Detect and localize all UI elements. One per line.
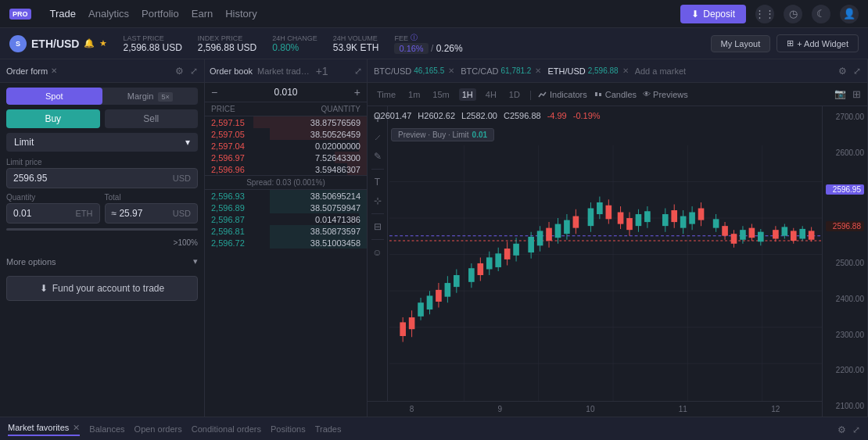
more-options[interactable]: More options ▾ bbox=[0, 252, 204, 271]
ethusd-close-icon[interactable]: ✕ bbox=[622, 66, 629, 75]
increment-button[interactable]: + bbox=[354, 86, 360, 98]
ask-row[interactable]: 2,596.963.59486307 bbox=[205, 163, 367, 175]
alert-icon[interactable]: 🔔 bbox=[84, 38, 95, 48]
svg-rect-46 bbox=[546, 228, 552, 241]
add-market-button[interactable]: Add a market bbox=[635, 66, 686, 76]
svg-rect-24 bbox=[436, 290, 442, 302]
bid-row[interactable]: 2,596.7238.51003458 bbox=[205, 237, 367, 249]
svg-rect-86 bbox=[749, 228, 755, 238]
market-trades-tab[interactable]: Market trad… bbox=[257, 66, 310, 76]
nav-portfolio[interactable]: Portfolio bbox=[142, 8, 179, 20]
spot-tab[interactable]: Spot bbox=[6, 88, 102, 105]
time-15m[interactable]: 15m bbox=[429, 88, 452, 101]
chart-tools: ✛ ⟋ ✎ T ⊹ ⊟ ☺ bbox=[368, 106, 388, 401]
nav-history[interactable]: History bbox=[225, 8, 256, 20]
fund-account-button[interactable]: ⬇ Fund your account to trade bbox=[6, 276, 198, 301]
chevron-down-icon: ▾ bbox=[185, 137, 190, 148]
expand-icon[interactable]: ⤢ bbox=[354, 66, 362, 77]
settings-tool[interactable]: ⊟ bbox=[370, 219, 386, 234]
star-icon[interactable]: ★ bbox=[99, 38, 107, 48]
buy-tab[interactable]: Buy bbox=[6, 109, 100, 128]
measure-tool[interactable]: ⊹ bbox=[370, 193, 386, 209]
time-4h[interactable]: 4H bbox=[482, 88, 500, 101]
user-icon[interactable]: 👤 bbox=[840, 5, 859, 23]
moon-icon[interactable]: ☾ bbox=[812, 5, 830, 23]
ask-row[interactable]: 2,597.0538.50526459 bbox=[205, 128, 367, 140]
svg-rect-80 bbox=[722, 226, 728, 236]
bid-row[interactable]: 2,596.9338.50695214 bbox=[205, 190, 367, 202]
add-widget-button[interactable]: ⊞ + Add Widget bbox=[777, 34, 859, 52]
order-book-tab[interactable]: Order book bbox=[210, 66, 253, 76]
expand-icon[interactable]: ⤢ bbox=[190, 66, 198, 77]
nav-trade[interactable]: Trade bbox=[50, 8, 76, 20]
order-form-close-icon[interactable]: ✕ bbox=[51, 66, 57, 75]
svg-rect-52 bbox=[573, 216, 579, 228]
nav-analytics[interactable]: Analytics bbox=[88, 8, 129, 20]
previews-button[interactable]: 👁 Previews bbox=[643, 90, 688, 99]
order-book-bids: 2,596.9338.50695214 2,596.8938.50759947 … bbox=[205, 190, 367, 249]
svg-rect-18 bbox=[409, 317, 415, 329]
candlestick-chart bbox=[389, 145, 822, 401]
btccad-tab[interactable]: BTC/CAD 61,781.2 ✕ bbox=[461, 66, 541, 76]
bid-row[interactable]: 2,596.870.01471386 bbox=[205, 213, 367, 225]
positions-tab[interactable]: Positions bbox=[271, 424, 306, 435]
btcusd-tab[interactable]: BTC/USD 46,165.5 ✕ bbox=[374, 66, 454, 76]
line-tool[interactable]: ⟋ bbox=[370, 130, 386, 145]
camera-icon[interactable]: 📷 bbox=[834, 88, 846, 100]
ask-row[interactable]: 2,597.1538.87576569 bbox=[205, 116, 367, 128]
buy-sell-tabs: Buy Sell bbox=[6, 109, 198, 128]
line-price-label: 2596.88 bbox=[826, 221, 864, 231]
bid-row[interactable]: 2,596.8938.50759947 bbox=[205, 202, 367, 213]
expand-icon[interactable]: ⤢ bbox=[852, 424, 860, 435]
btccad-close-icon[interactable]: ✕ bbox=[535, 66, 541, 75]
svg-rect-92 bbox=[782, 227, 788, 235]
ask-row[interactable]: 2,597.040.02000000 bbox=[205, 140, 367, 152]
time-1h[interactable]: 1H bbox=[459, 88, 476, 101]
grid-layout-icon[interactable]: ⊞ bbox=[852, 88, 861, 100]
quantity-input[interactable]: 0.01 ETH bbox=[6, 203, 100, 224]
my-layout-button[interactable]: My Layout bbox=[711, 35, 771, 52]
main-content: Order form ✕ ⚙ ⤢ Spot Margin 5× Buy Sell… bbox=[0, 59, 868, 417]
svg-rect-74 bbox=[689, 213, 695, 224]
bid-row[interactable]: 2,596.8138.50873597 bbox=[205, 225, 367, 237]
topnav-right: ⬇ Deposit ⋮⋮ ◷ ☾ 👤 bbox=[680, 5, 859, 23]
ask-row[interactable]: 2,596.977.52643300 bbox=[205, 152, 367, 163]
candles-button[interactable]: Candles bbox=[594, 90, 637, 99]
logo[interactable]: PRO bbox=[9, 9, 31, 20]
settings-icon[interactable]: ⚙ bbox=[838, 66, 847, 77]
btcusd-close-icon[interactable]: ✕ bbox=[448, 66, 454, 75]
deposit-button[interactable]: ⬇ Deposit bbox=[680, 5, 746, 23]
market-favorites-close-icon[interactable]: ✕ bbox=[73, 423, 80, 432]
margin-tab[interactable]: Margin 5× bbox=[102, 88, 199, 105]
limit-price-input[interactable]: 2596.95 USD bbox=[6, 168, 198, 188]
text-tool[interactable]: T bbox=[370, 174, 386, 190]
emoji-tool[interactable]: ☺ bbox=[370, 245, 386, 260]
settings-icon[interactable]: ⚙ bbox=[175, 66, 184, 77]
plus-icon[interactable]: +1 bbox=[316, 65, 328, 77]
clock-icon[interactable]: ◷ bbox=[784, 5, 802, 23]
ticker-fee: FEE ⓘ 0.16% / 0.26% bbox=[394, 33, 462, 54]
nav-earn[interactable]: Earn bbox=[192, 8, 213, 20]
apps-icon[interactable]: ⋮⋮ bbox=[755, 5, 774, 23]
ticker-symbol[interactable]: S ETH/USD 🔔 ★ bbox=[9, 35, 107, 52]
expand-icon[interactable]: ⤢ bbox=[853, 66, 861, 77]
chart-body[interactable]: ✛ ⟋ ✎ T ⊹ ⊟ ☺ O2601.47 H2602.62 L2582.00… bbox=[368, 106, 867, 417]
conditional-orders-tab[interactable]: Conditional orders bbox=[192, 424, 261, 435]
decrement-button[interactable]: − bbox=[211, 86, 217, 98]
balances-tab[interactable]: Balances bbox=[89, 424, 124, 435]
open-orders-tab[interactable]: Open orders bbox=[135, 424, 182, 435]
order-type-selector[interactable]: Limit ▾ bbox=[6, 133, 198, 152]
sell-tab[interactable]: Sell bbox=[105, 109, 199, 128]
time-1m[interactable]: 1m bbox=[405, 88, 423, 101]
market-favorites-tab[interactable]: Market favorites ✕ bbox=[8, 423, 80, 436]
indicators-button[interactable]: Indicators bbox=[538, 90, 587, 99]
time-axis: 8 9 10 11 12 bbox=[368, 401, 822, 417]
total-input[interactable]: ≈ 25.97 USD bbox=[105, 203, 199, 224]
spread-value: 0.010 bbox=[274, 87, 297, 98]
time-1d[interactable]: 1D bbox=[506, 88, 523, 101]
ethusd-tab[interactable]: ETH/USD 2,596.88 ✕ bbox=[547, 66, 628, 76]
settings-icon[interactable]: ⚙ bbox=[838, 424, 846, 435]
trades-tab[interactable]: Trades bbox=[315, 424, 342, 435]
chart-area: BTC/USD 46,165.5 ✕ BTC/CAD 61,781.2 ✕ ET… bbox=[368, 59, 868, 417]
draw-tool[interactable]: ✎ bbox=[370, 148, 386, 164]
